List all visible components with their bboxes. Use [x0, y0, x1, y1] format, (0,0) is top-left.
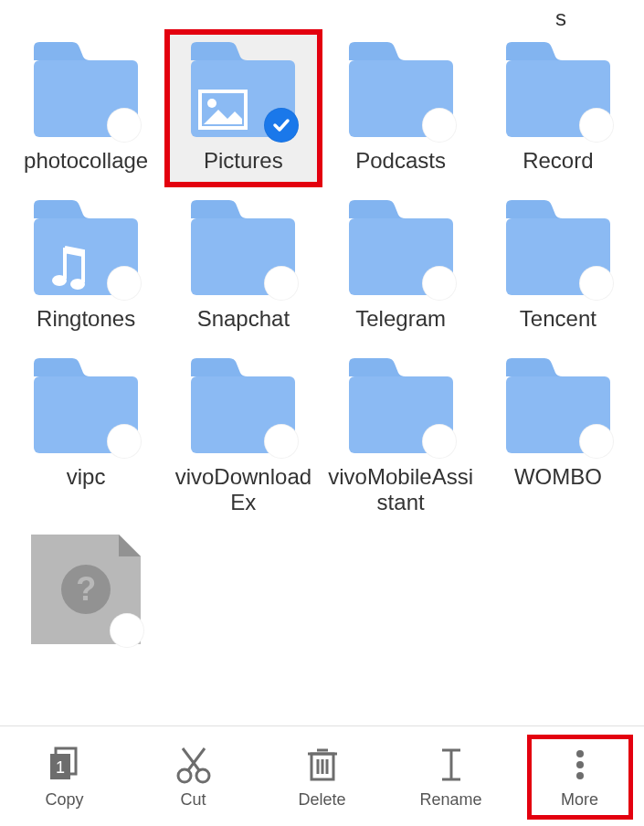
- folder-label: Telegram: [355, 306, 446, 333]
- copy-label: Copy: [45, 790, 83, 810]
- cut-button[interactable]: Cut: [143, 737, 244, 817]
- folder-icon: [499, 35, 618, 144]
- folder-icon: [499, 193, 618, 302]
- select-circle-icon[interactable]: [579, 424, 614, 459]
- folder-grid: photocollagePicturesPodcastsRecordRingto…: [0, 0, 644, 661]
- cut-icon: [174, 745, 214, 785]
- folder-label: vivoMobileAssistant: [328, 464, 474, 517]
- folder-icon: [342, 35, 460, 144]
- more-label: More: [561, 790, 598, 810]
- svg-point-32: [576, 750, 584, 757]
- svg-point-33: [576, 761, 584, 768]
- unknown-file-item[interactable]: ?: [7, 529, 164, 661]
- more-button[interactable]: More: [530, 737, 630, 817]
- folder-label: WOMBO: [514, 464, 602, 491]
- folder-label: Pictures: [204, 148, 283, 175]
- select-circle-icon[interactable]: [264, 424, 299, 459]
- folder-item-tencent[interactable]: Tencent: [480, 187, 637, 345]
- svg-point-3: [207, 99, 216, 108]
- more-icon: [560, 745, 600, 785]
- svg-point-7: [52, 275, 67, 286]
- select-circle-icon[interactable]: [422, 108, 457, 143]
- folder-item-photocollage[interactable]: photocollage: [7, 29, 164, 187]
- folder-icon: [184, 351, 302, 461]
- header-letter: s: [555, 5, 566, 31]
- folder-item-vivomobileassistant[interactable]: vivoMobileAssistant: [322, 345, 480, 530]
- svg-point-8: [70, 279, 85, 290]
- select-circle-icon[interactable]: [264, 266, 299, 301]
- cut-label: Cut: [180, 790, 206, 810]
- folder-item-telegram[interactable]: Telegram: [322, 187, 480, 345]
- rename-icon: [431, 745, 471, 785]
- rename-button[interactable]: Rename: [401, 737, 501, 817]
- folder-icon: [342, 351, 460, 461]
- delete-button[interactable]: Delete: [272, 737, 373, 817]
- unknown-file-icon: ?: [31, 535, 141, 644]
- folder-label: vipc: [67, 464, 106, 491]
- folder-item-pictures[interactable]: Pictures: [164, 29, 322, 187]
- folder-item-podcasts[interactable]: Podcasts: [322, 29, 480, 187]
- svg-text:1: 1: [55, 758, 64, 777]
- folder-label: photocollage: [24, 148, 148, 175]
- folder-label: Snapchat: [197, 306, 290, 333]
- folder-label: Podcasts: [355, 148, 446, 175]
- folder-item-wombo[interactable]: WOMBO: [480, 345, 637, 530]
- folder-icon: [26, 35, 145, 144]
- folder-item-record[interactable]: Record: [480, 29, 637, 187]
- select-circle-icon[interactable]: [579, 108, 614, 143]
- folder-icon: [184, 193, 302, 302]
- folder-icon: [26, 193, 145, 302]
- bottom-toolbar: 1 Copy Cut Delete: [0, 725, 644, 826]
- folder-item-ringtones[interactable]: Ringtones: [7, 187, 164, 345]
- folder-label: Ringtones: [37, 306, 135, 333]
- folder-icon: [499, 351, 618, 461]
- folder-item-snapchat[interactable]: Snapchat: [164, 187, 322, 345]
- select-circle-icon[interactable]: [422, 424, 457, 459]
- folder-item-vivodownloadex[interactable]: vivoDownloadEx: [164, 345, 322, 530]
- select-circle-icon[interactable]: [422, 266, 457, 301]
- copy-icon: 1: [45, 745, 85, 785]
- select-circle-icon[interactable]: [107, 424, 142, 459]
- delete-label: Delete: [298, 790, 345, 810]
- folder-item-vipc[interactable]: vipc: [7, 345, 164, 530]
- svg-point-34: [576, 772, 584, 779]
- folder-label: Tencent: [520, 306, 596, 333]
- folder-label: Record: [523, 148, 593, 175]
- rename-label: Rename: [419, 790, 481, 810]
- folder-label: vivoDownloadEx: [170, 464, 316, 517]
- svg-point-20: [196, 769, 209, 782]
- copy-button[interactable]: 1 Copy: [15, 737, 115, 817]
- folder-icon: [342, 193, 460, 302]
- select-circle-icon[interactable]: [579, 266, 614, 301]
- folder-icon: [26, 351, 145, 461]
- select-circle-icon[interactable]: [107, 266, 142, 301]
- svg-point-19: [178, 769, 191, 782]
- delete-icon: [302, 745, 343, 785]
- folder-icon: [184, 35, 302, 144]
- select-circle-icon[interactable]: [107, 108, 142, 143]
